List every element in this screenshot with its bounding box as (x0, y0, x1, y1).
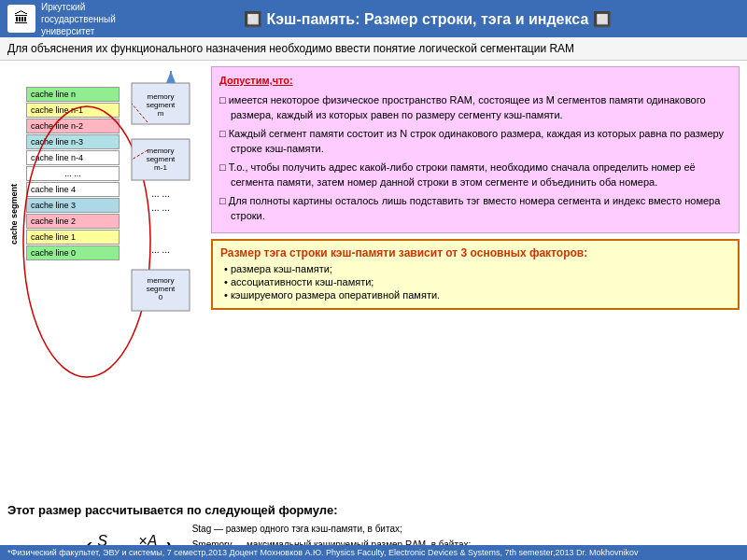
right-panel: Допустим,что: □ имеется некоторое физиче… (211, 66, 740, 494)
yellow-box-list: размера кэш-памяти; ассоциативности кэш-… (220, 263, 730, 301)
cache-segment-label: cache segment (9, 92, 19, 335)
svg-text:... ...: ... ... (151, 245, 169, 255)
svg-line-10 (132, 150, 148, 160)
svg-rect-2 (132, 139, 190, 180)
svg-text:memory: memory (148, 276, 175, 285)
cache-line: cache line 4 (26, 182, 120, 197)
cache-line: cache line 0 (26, 245, 120, 260)
cache-line: cache line n-2 (26, 119, 120, 133)
svg-text:0: 0 (159, 293, 163, 301)
pink-box-item-1: □ имеется некоторое физическое пространс… (219, 92, 731, 123)
svg-text:segment: segment (147, 155, 176, 163)
header-logo: 🏛 Иркутский государственный университет (7, 1, 116, 37)
svg-rect-1 (132, 83, 190, 124)
footer: *Физический факультет, ЭВУ и системы, 7 … (0, 545, 747, 560)
left-panel: ... ... ... ... ... ... memory segment m… (7, 66, 204, 494)
main-content: ... ... ... ... ... ... memory segment m… (0, 61, 747, 499)
pink-box-title: Допустим,что: (219, 73, 731, 89)
svg-text:m: m (158, 109, 164, 118)
yellow-box-item-1: размера кэш-памяти; (224, 263, 730, 274)
university-logo-icon: 🏛 (7, 5, 35, 33)
svg-text:m-1: m-1 (154, 163, 167, 172)
pink-box-item-2: □ Каждый сегмент памяти состоит из N стр… (219, 126, 731, 157)
cache-line: cache line n-4 (26, 150, 120, 165)
cache-dots: ... ... (26, 166, 120, 181)
svg-marker-7 (166, 71, 176, 83)
svg-text:segment: segment (147, 101, 176, 109)
cache-line: cache line n-3 (26, 134, 120, 149)
pink-box-item-3: □ Т.о., чтобы получить адрес какой-либо … (219, 160, 731, 190)
cache-line: cache line n (26, 87, 120, 102)
pink-info-box: Допустим,что: □ имеется некоторое физиче… (211, 66, 740, 233)
yellow-box-item-3: кэшируемого размера оперативной памяти. (224, 289, 730, 301)
svg-line-9 (132, 104, 148, 122)
svg-text:... ...: ... ... (151, 203, 169, 213)
pink-box-item-4: □ Для полноты картины осталось лишь подс… (219, 193, 731, 224)
yellow-box-title: Размер тэга строки кэш-памяти зависит от… (220, 246, 730, 259)
yellow-box-item-2: ассоциативности кэш-памяти; (224, 276, 730, 287)
cache-line: cache line 3 (26, 198, 120, 213)
subtitle: Для объяснения их функционального назнач… (0, 37, 747, 61)
svg-text:segment: segment (147, 285, 176, 293)
cache-line: cache line 1 (26, 230, 120, 245)
header: 🏛 Иркутский государственный университет … (0, 0, 747, 37)
yellow-info-box: Размер тэга строки кэш-памяти зависит от… (211, 239, 740, 310)
svg-text:memory: memory (148, 92, 175, 101)
formula-title: Этот размер рассчитывается по следующей … (7, 503, 740, 517)
cache-lines-container: cache line n cache line n-1 cache line n… (26, 87, 120, 260)
svg-text:... ...: ... ... (151, 189, 169, 199)
university-name: Иркутский государственный университет (41, 1, 116, 37)
footer-text: *Физический факультет, ЭВУ и системы, 7 … (7, 548, 639, 557)
page-title: 🔲 Кэш-память: Размер строки, тэга и инде… (116, 10, 740, 28)
cache-line: cache line 2 (26, 214, 120, 229)
svg-text:memory: memory (148, 147, 175, 155)
cache-line: cache line n-1 (26, 103, 120, 118)
legend-stag: Stag — размер одного тэга кэш-памяти, в … (192, 521, 472, 537)
svg-rect-3 (132, 270, 190, 311)
